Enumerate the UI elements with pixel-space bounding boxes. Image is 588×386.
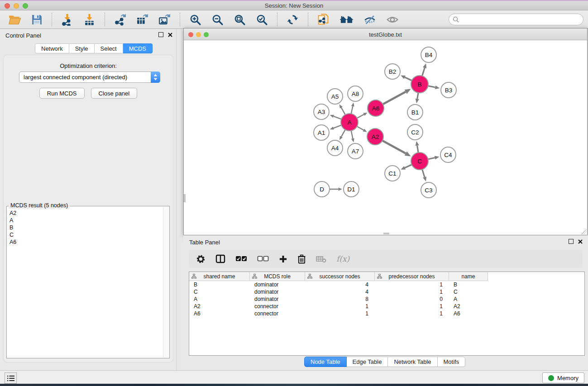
minimize-window-button[interactable] (14, 3, 19, 9)
import-table-button[interactable] (81, 13, 98, 27)
search-input[interactable] (459, 16, 583, 23)
canvas-vscroll-thumb[interactable] (184, 194, 186, 202)
zoom-out-button[interactable] (209, 13, 226, 27)
table-cell: 0 (375, 295, 449, 303)
add-column-button[interactable] (279, 255, 287, 263)
edge-A2-C[interactable] (382, 140, 406, 153)
criterion-dropdown[interactable]: largest connected component (directed) (19, 71, 160, 83)
zoom-window-button[interactable] (23, 3, 28, 9)
graph-node-label: A3 (318, 109, 325, 115)
graph-node-label: B (417, 81, 421, 88)
network-canvas[interactable]: AA1A2A3A4A5A6A7A8BB1B2B3B4CC1C2C3C4DD1 (184, 40, 587, 235)
open-session-button[interactable] (6, 13, 24, 26)
task-history-button[interactable] (5, 372, 17, 384)
tab-edge-table[interactable]: Edge Table (347, 357, 388, 367)
arrowhead-icon (351, 103, 354, 107)
show-hidden-button[interactable] (383, 13, 402, 26)
delete-column-button[interactable] (297, 254, 306, 264)
edge-C-C3[interactable] (422, 168, 425, 177)
zoom-selected-button[interactable] (253, 13, 271, 27)
table-row[interactable]: Bdominator41B (189, 281, 584, 288)
search-box[interactable] (449, 14, 583, 25)
tab-motifs[interactable]: Motifs (438, 357, 466, 367)
table-cell: B (449, 281, 488, 288)
column-header-mcds-role[interactable]: MCDS role (250, 272, 305, 281)
tab-network[interactable]: Network (35, 43, 69, 53)
workspace: Control Panel NetworkStyleSelectMCDS Opt… (0, 29, 588, 370)
table-row[interactable]: Adominator80A (189, 295, 584, 303)
float-panel-icon[interactable] (158, 32, 163, 37)
table-cell: A6 (189, 310, 250, 317)
network-window-titlebar[interactable]: testGlobe.txt (184, 29, 587, 40)
table-cell: connector (250, 310, 305, 317)
clone-network-button[interactable] (315, 13, 332, 27)
save-session-button[interactable] (29, 13, 45, 26)
optimization-criterion-label: Optimization criterion: (4, 62, 173, 69)
import-network-button[interactable] (58, 13, 76, 27)
delete-table-button[interactable] (316, 255, 326, 263)
tab-style[interactable]: Style (69, 43, 95, 53)
zoom-selected-icon (256, 14, 268, 26)
graph-node-label: A5 (331, 93, 339, 100)
result-list-item[interactable]: A (10, 217, 161, 224)
result-list-item[interactable]: C (10, 231, 161, 238)
table-cell: C (449, 288, 488, 295)
edge-B-B4[interactable] (422, 68, 425, 77)
refresh-layout-button[interactable] (284, 13, 301, 27)
table-cell: B (189, 281, 250, 288)
table-settings-button[interactable] (196, 254, 206, 264)
column-header-name[interactable]: name (449, 272, 488, 281)
node-table[interactable]: shared nameMCDS rolesuccessor nodesprede… (189, 272, 585, 356)
column-visibility-button[interactable] (215, 254, 225, 264)
close-panel-icon[interactable] (168, 33, 172, 37)
canvas-hscroll-thumb[interactable] (383, 233, 389, 234)
control-panel-title: Control Panel (5, 32, 41, 39)
tab-network-table[interactable]: Network Table (388, 357, 437, 367)
zoom-in-button[interactable] (186, 13, 204, 27)
deselect-all-rows-button[interactable] (257, 256, 269, 262)
memory-button[interactable]: Memory (542, 372, 584, 383)
table-header-row: shared nameMCDS rolesuccessor nodesprede… (189, 272, 584, 281)
hide-selected-button[interactable] (361, 13, 379, 26)
close-window-button[interactable] (5, 3, 10, 9)
columns-icon (215, 254, 225, 264)
graph-node-label: C4 (444, 152, 452, 158)
table-row[interactable]: A2connector11A2 (189, 303, 584, 310)
result-list-item[interactable]: A2 (10, 210, 161, 217)
column-header-predecessor-nodes[interactable]: predecessor nodes (375, 272, 449, 281)
zoom-fit-button[interactable] (231, 13, 249, 27)
result-scrollbar[interactable] (163, 207, 169, 357)
table-cell: 1 (375, 281, 449, 288)
edge-A-A3[interactable] (334, 116, 342, 119)
tab-select[interactable]: Select (95, 43, 123, 53)
tab-node-table[interactable]: Node Table (304, 357, 347, 367)
result-list-item[interactable]: B (10, 224, 161, 231)
table-row[interactable]: A6connector11A6 (189, 310, 584, 317)
export-image-button[interactable] (156, 13, 173, 27)
app-titlebar[interactable]: Session: New Session (0, 1, 588, 10)
network-graph: AA1A2A3A4A5A6A7A8BB1B2B3B4CC1C2C3C4DD1 (184, 40, 587, 235)
table-cell: 1 (305, 303, 375, 310)
table-row[interactable]: Cdominator41C (189, 288, 584, 295)
window-resize-grip[interactable] (581, 229, 587, 234)
mcds-result-list[interactable]: A2ABCA6 (7, 207, 163, 357)
arrowhead-icon (435, 156, 440, 160)
tab-mcds[interactable]: MCDS (123, 43, 153, 53)
table-cell: connector (250, 303, 305, 310)
table-float-icon[interactable] (569, 239, 574, 244)
edge-A6-B[interactable] (382, 92, 406, 105)
run-mcds-button[interactable]: Run MCDS (39, 88, 85, 99)
close-panel-button[interactable]: Close panel (91, 88, 138, 99)
floppy-icon (31, 14, 43, 25)
result-list-item[interactable]: A6 (10, 238, 161, 246)
select-all-rows-button[interactable] (235, 256, 247, 262)
edge-A-A1[interactable] (334, 125, 342, 128)
arrowhead-icon (435, 86, 440, 89)
export-table-button[interactable] (134, 13, 151, 27)
column-header-shared-name[interactable]: shared name (189, 272, 250, 281)
home-view-button[interactable] (337, 13, 356, 26)
export-network-button[interactable] (111, 13, 129, 27)
main-toolbar-groups (4, 10, 404, 29)
column-header-successor-nodes[interactable]: successor nodes (305, 272, 375, 281)
table-close-icon[interactable] (578, 239, 583, 244)
